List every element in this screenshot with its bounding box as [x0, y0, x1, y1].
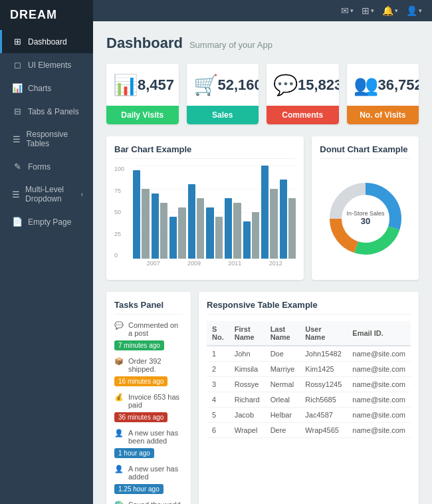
bar-4-0 — [206, 207, 213, 259]
sidebar-label-forms: Forms — [28, 162, 51, 172]
sidebar-item-tables[interactable]: ☰ Responsive Tables — [0, 123, 93, 155]
dashboard-icon: ⊞ — [12, 37, 23, 47]
task-icon-3: 👤 — [114, 429, 124, 438]
task-text-2: Invoice 653 has paid — [128, 393, 183, 409]
task-icon-0: 💬 — [114, 321, 124, 330]
table-row-2: 3RossyeNermalRossy1245name@site.com — [207, 377, 411, 392]
task-item-4: 👤A new user has added1.25 hour ago — [114, 465, 183, 494]
table-cell-4-1: Jacob — [229, 408, 265, 423]
col-header-2: Last Name — [265, 321, 300, 346]
col-header-0: S No. — [207, 321, 229, 346]
bar-5-1 — [233, 203, 241, 259]
table-cell-2-0: 3 — [207, 377, 229, 392]
table-cell-1-3: Kim1425 — [300, 362, 347, 377]
bar-group-5 — [225, 198, 241, 259]
table-cell-1-4: name@site.com — [347, 362, 411, 377]
bar-group-0 — [133, 170, 150, 259]
table-cell-1-2: Marriye — [265, 362, 300, 377]
grid-caret: ▾ — [371, 7, 374, 14]
sidebar-item-empty[interactable]: 📄 Empty Page — [0, 210, 93, 233]
table-cell-3-2: Orleal — [265, 392, 300, 408]
sidebar-item-dashboard[interactable]: ⊞ Dashboard — [0, 30, 93, 53]
topbar-user[interactable]: 👤 ▾ — [406, 5, 422, 16]
task-badge-3: 1 hour ago — [114, 448, 154, 458]
bar-3-1 — [197, 198, 204, 259]
table-cell-0-0: 1 — [207, 346, 229, 362]
bar-1-0 — [152, 193, 159, 259]
x-label-1: 2009 — [173, 260, 214, 272]
bar-3-0 — [188, 184, 195, 259]
task-icon-5: 🌍 — [114, 501, 124, 504]
col-header-1: First Name — [229, 321, 265, 346]
table-cell-5-1: Wrapel — [229, 423, 265, 438]
donut-chart-card: Donut Chart Example In-St — [312, 136, 419, 280]
table-cell-2-1: Rossye — [229, 377, 265, 392]
table-cell-5-3: Wrap4565 — [300, 423, 347, 438]
sidebar-item-dropdown[interactable]: ☰ Multi-Level Dropdown ‹ — [0, 178, 93, 210]
topbar-grid[interactable]: ⊞ ▾ — [362, 5, 374, 16]
forms-icon: ✎ — [12, 162, 23, 172]
x-label-2: 2011 — [215, 260, 255, 272]
charts-icon: 📊 — [12, 83, 23, 93]
stat-card-daily-visits: 📊 8,457 Daily Visits — [106, 64, 179, 124]
task-item-5: 🌍Saved the worldyesterday — [114, 501, 183, 504]
bar-chart-title: Bar Chart Example — [114, 144, 296, 159]
sidebar-label-charts: Charts — [28, 84, 51, 93]
task-item-1: 📦Order 392 shipped.16 minutes ago — [114, 357, 183, 386]
table-cell-3-1: Richard — [229, 392, 265, 408]
sidebar-item-forms[interactable]: ✎ Forms — [0, 155, 93, 178]
sidebar-item-tabs[interactable]: ⊟ Tabs & Panels — [0, 100, 93, 123]
stat-number-daily: 8,457 — [138, 76, 174, 94]
sidebar-label-tables: Responsive Tables — [27, 130, 83, 148]
x-axis-labels: 2007200920112012 — [133, 260, 296, 272]
y-axis-labels: 100 75 50 25 0 — [114, 166, 130, 259]
col-header-4: Email ID. — [347, 321, 411, 346]
responsive-table: S No.First NameLast NameUser NameEmail I… — [207, 321, 411, 438]
main-area: ✉ ▾ ⊞ ▾ 🔔 ▾ 👤 ▾ Dashboard Summary of you… — [93, 0, 432, 504]
collapse-icon: ‹ — [81, 191, 83, 198]
table-card: Responsive Table Example S No.First Name… — [199, 292, 419, 504]
task-badge-2: 36 minutes ago — [114, 412, 167, 422]
sidebar-label-tabs: Tabs & Panels — [28, 107, 79, 116]
stat-label-visits: No. of Visits — [347, 106, 419, 124]
bar-group-6 — [243, 212, 260, 259]
table-cell-5-2: Dere — [265, 423, 300, 438]
table-cell-5-4: name@site.com — [347, 423, 411, 438]
table-row-5: 6WrapelDereWrap4565name@site.com — [207, 423, 411, 438]
stat-icon-comments: 💬 — [273, 73, 298, 96]
task-text-5: Saved the world — [128, 501, 183, 504]
topbar: ✉ ▾ ⊞ ▾ 🔔 ▾ 👤 ▾ — [93, 0, 432, 21]
table-cell-3-0: 4 — [207, 392, 229, 408]
tasks-title: Tasks Panel — [114, 300, 183, 315]
task-badge-0: 7 minutes ago — [114, 340, 164, 350]
bar-5-0 — [225, 198, 232, 259]
table-cell-0-1: John — [229, 346, 265, 362]
bottom-row: Tasks Panel 💬Commented on a post7 minute… — [106, 292, 419, 504]
task-item-3: 👤A new user has been added1 hour ago — [114, 429, 183, 458]
bar-1-1 — [160, 203, 167, 259]
bar-4-1 — [215, 217, 223, 259]
bar-0-1 — [142, 189, 149, 259]
topbar-bell[interactable]: 🔔 ▾ — [382, 5, 398, 16]
sidebar-item-ui-elements[interactable]: ◻ UI Elements — [0, 53, 93, 76]
bar-group-3 — [188, 184, 205, 259]
bar-8-1 — [288, 198, 296, 259]
table-cell-2-3: Rossy1245 — [300, 377, 347, 392]
bar-2-1 — [178, 207, 185, 259]
stat-label-comments: Comments — [267, 106, 339, 124]
sidebar-label-ui: UI Elements — [28, 61, 71, 70]
sidebar-item-charts[interactable]: 📊 Charts — [0, 76, 93, 100]
table-cell-3-4: name@site.com — [347, 392, 411, 408]
bar-6-1 — [252, 212, 259, 259]
task-item-0: 💬Commented on a post7 minutes ago — [114, 321, 183, 350]
table-cell-4-2: Helbar — [265, 408, 300, 423]
table-cell-1-1: Kimsila — [229, 362, 265, 377]
task-badge-4: 1.25 hour ago — [114, 484, 163, 494]
charts-row: Bar Chart Example 100 75 50 25 0 — [106, 136, 419, 280]
table-row-0: 1JohnDoeJohn15482name@site.com — [207, 346, 411, 362]
sidebar: DREAM ⊞ Dashboard ◻ UI Elements 📊 Charts… — [0, 0, 93, 504]
stat-number-sales: 52,160 — [218, 76, 259, 94]
topbar-mail[interactable]: ✉ ▾ — [341, 5, 354, 16]
stat-label-daily: Daily Visits — [106, 106, 179, 124]
stat-number-comments: 15,823 — [298, 76, 339, 94]
